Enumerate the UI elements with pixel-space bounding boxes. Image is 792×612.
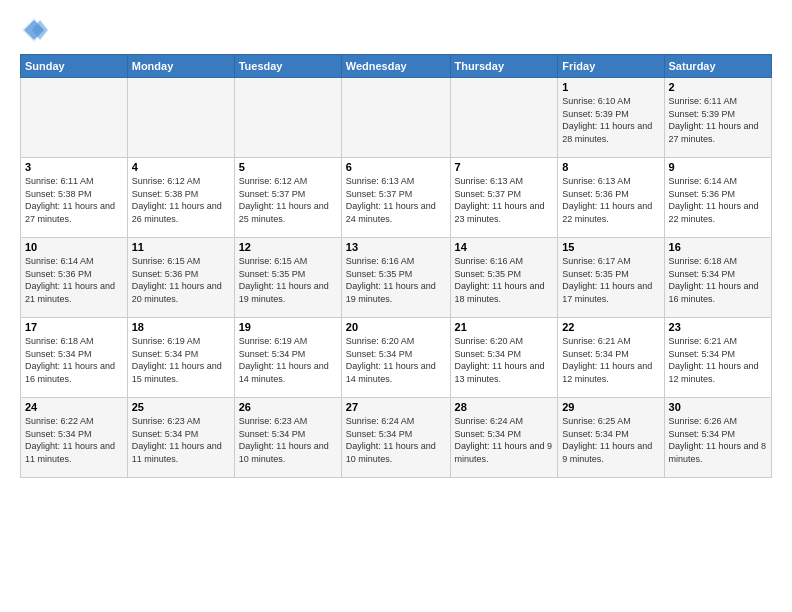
day-number: 4 — [132, 161, 230, 173]
day-number: 13 — [346, 241, 446, 253]
day-cell-19: 19Sunrise: 6:19 AM Sunset: 5:34 PM Dayli… — [234, 318, 341, 398]
day-number: 2 — [669, 81, 767, 93]
day-number: 10 — [25, 241, 123, 253]
weekday-header-sunday: Sunday — [21, 55, 128, 78]
day-cell-1: 1Sunrise: 6:10 AM Sunset: 5:39 PM Daylig… — [558, 78, 664, 158]
day-cell-30: 30Sunrise: 6:26 AM Sunset: 5:34 PM Dayli… — [664, 398, 771, 478]
day-number: 23 — [669, 321, 767, 333]
weekday-header-tuesday: Tuesday — [234, 55, 341, 78]
day-info: Sunrise: 6:14 AM Sunset: 5:36 PM Dayligh… — [669, 175, 767, 225]
empty-cell — [234, 78, 341, 158]
weekday-header-monday: Monday — [127, 55, 234, 78]
day-info: Sunrise: 6:18 AM Sunset: 5:34 PM Dayligh… — [25, 335, 123, 385]
day-number: 16 — [669, 241, 767, 253]
header — [20, 16, 772, 44]
day-info: Sunrise: 6:11 AM Sunset: 5:39 PM Dayligh… — [669, 95, 767, 145]
day-cell-27: 27Sunrise: 6:24 AM Sunset: 5:34 PM Dayli… — [341, 398, 450, 478]
day-number: 27 — [346, 401, 446, 413]
day-number: 30 — [669, 401, 767, 413]
day-number: 11 — [132, 241, 230, 253]
day-number: 19 — [239, 321, 337, 333]
day-info: Sunrise: 6:23 AM Sunset: 5:34 PM Dayligh… — [132, 415, 230, 465]
day-cell-28: 28Sunrise: 6:24 AM Sunset: 5:34 PM Dayli… — [450, 398, 558, 478]
day-number: 21 — [455, 321, 554, 333]
day-number: 17 — [25, 321, 123, 333]
day-info: Sunrise: 6:10 AM Sunset: 5:39 PM Dayligh… — [562, 95, 659, 145]
day-cell-17: 17Sunrise: 6:18 AM Sunset: 5:34 PM Dayli… — [21, 318, 128, 398]
day-cell-4: 4Sunrise: 6:12 AM Sunset: 5:38 PM Daylig… — [127, 158, 234, 238]
day-info: Sunrise: 6:13 AM Sunset: 5:37 PM Dayligh… — [346, 175, 446, 225]
day-cell-26: 26Sunrise: 6:23 AM Sunset: 5:34 PM Dayli… — [234, 398, 341, 478]
day-info: Sunrise: 6:23 AM Sunset: 5:34 PM Dayligh… — [239, 415, 337, 465]
day-cell-22: 22Sunrise: 6:21 AM Sunset: 5:34 PM Dayli… — [558, 318, 664, 398]
day-info: Sunrise: 6:11 AM Sunset: 5:38 PM Dayligh… — [25, 175, 123, 225]
day-cell-21: 21Sunrise: 6:20 AM Sunset: 5:34 PM Dayli… — [450, 318, 558, 398]
day-number: 28 — [455, 401, 554, 413]
day-number: 7 — [455, 161, 554, 173]
week-row-2: 3Sunrise: 6:11 AM Sunset: 5:38 PM Daylig… — [21, 158, 772, 238]
empty-cell — [127, 78, 234, 158]
day-cell-29: 29Sunrise: 6:25 AM Sunset: 5:34 PM Dayli… — [558, 398, 664, 478]
day-info: Sunrise: 6:16 AM Sunset: 5:35 PM Dayligh… — [455, 255, 554, 305]
day-info: Sunrise: 6:15 AM Sunset: 5:35 PM Dayligh… — [239, 255, 337, 305]
day-number: 29 — [562, 401, 659, 413]
day-info: Sunrise: 6:21 AM Sunset: 5:34 PM Dayligh… — [669, 335, 767, 385]
day-info: Sunrise: 6:24 AM Sunset: 5:34 PM Dayligh… — [455, 415, 554, 465]
logo — [20, 16, 52, 44]
day-cell-11: 11Sunrise: 6:15 AM Sunset: 5:36 PM Dayli… — [127, 238, 234, 318]
day-number: 8 — [562, 161, 659, 173]
day-cell-6: 6Sunrise: 6:13 AM Sunset: 5:37 PM Daylig… — [341, 158, 450, 238]
day-info: Sunrise: 6:14 AM Sunset: 5:36 PM Dayligh… — [25, 255, 123, 305]
day-number: 12 — [239, 241, 337, 253]
day-cell-2: 2Sunrise: 6:11 AM Sunset: 5:39 PM Daylig… — [664, 78, 771, 158]
day-number: 25 — [132, 401, 230, 413]
day-cell-25: 25Sunrise: 6:23 AM Sunset: 5:34 PM Dayli… — [127, 398, 234, 478]
day-number: 6 — [346, 161, 446, 173]
day-cell-20: 20Sunrise: 6:20 AM Sunset: 5:34 PM Dayli… — [341, 318, 450, 398]
day-cell-13: 13Sunrise: 6:16 AM Sunset: 5:35 PM Dayli… — [341, 238, 450, 318]
weekday-header-thursday: Thursday — [450, 55, 558, 78]
day-number: 24 — [25, 401, 123, 413]
day-info: Sunrise: 6:12 AM Sunset: 5:38 PM Dayligh… — [132, 175, 230, 225]
day-cell-3: 3Sunrise: 6:11 AM Sunset: 5:38 PM Daylig… — [21, 158, 128, 238]
day-number: 26 — [239, 401, 337, 413]
day-number: 15 — [562, 241, 659, 253]
day-info: Sunrise: 6:26 AM Sunset: 5:34 PM Dayligh… — [669, 415, 767, 465]
day-cell-7: 7Sunrise: 6:13 AM Sunset: 5:37 PM Daylig… — [450, 158, 558, 238]
weekday-header-saturday: Saturday — [664, 55, 771, 78]
day-info: Sunrise: 6:19 AM Sunset: 5:34 PM Dayligh… — [239, 335, 337, 385]
empty-cell — [21, 78, 128, 158]
week-row-1: 1Sunrise: 6:10 AM Sunset: 5:39 PM Daylig… — [21, 78, 772, 158]
empty-cell — [450, 78, 558, 158]
day-info: Sunrise: 6:19 AM Sunset: 5:34 PM Dayligh… — [132, 335, 230, 385]
day-cell-8: 8Sunrise: 6:13 AM Sunset: 5:36 PM Daylig… — [558, 158, 664, 238]
day-cell-18: 18Sunrise: 6:19 AM Sunset: 5:34 PM Dayli… — [127, 318, 234, 398]
day-number: 18 — [132, 321, 230, 333]
empty-cell — [341, 78, 450, 158]
day-cell-12: 12Sunrise: 6:15 AM Sunset: 5:35 PM Dayli… — [234, 238, 341, 318]
day-info: Sunrise: 6:18 AM Sunset: 5:34 PM Dayligh… — [669, 255, 767, 305]
day-number: 9 — [669, 161, 767, 173]
week-row-5: 24Sunrise: 6:22 AM Sunset: 5:34 PM Dayli… — [21, 398, 772, 478]
day-number: 5 — [239, 161, 337, 173]
week-row-3: 10Sunrise: 6:14 AM Sunset: 5:36 PM Dayli… — [21, 238, 772, 318]
day-info: Sunrise: 6:16 AM Sunset: 5:35 PM Dayligh… — [346, 255, 446, 305]
day-info: Sunrise: 6:12 AM Sunset: 5:37 PM Dayligh… — [239, 175, 337, 225]
day-info: Sunrise: 6:20 AM Sunset: 5:34 PM Dayligh… — [346, 335, 446, 385]
day-info: Sunrise: 6:21 AM Sunset: 5:34 PM Dayligh… — [562, 335, 659, 385]
day-info: Sunrise: 6:17 AM Sunset: 5:35 PM Dayligh… — [562, 255, 659, 305]
day-info: Sunrise: 6:20 AM Sunset: 5:34 PM Dayligh… — [455, 335, 554, 385]
day-cell-24: 24Sunrise: 6:22 AM Sunset: 5:34 PM Dayli… — [21, 398, 128, 478]
calendar: SundayMondayTuesdayWednesdayThursdayFrid… — [20, 54, 772, 478]
day-info: Sunrise: 6:13 AM Sunset: 5:36 PM Dayligh… — [562, 175, 659, 225]
logo-icon — [20, 16, 48, 44]
day-cell-23: 23Sunrise: 6:21 AM Sunset: 5:34 PM Dayli… — [664, 318, 771, 398]
day-cell-16: 16Sunrise: 6:18 AM Sunset: 5:34 PM Dayli… — [664, 238, 771, 318]
day-cell-9: 9Sunrise: 6:14 AM Sunset: 5:36 PM Daylig… — [664, 158, 771, 238]
weekday-header-friday: Friday — [558, 55, 664, 78]
day-number: 20 — [346, 321, 446, 333]
day-info: Sunrise: 6:24 AM Sunset: 5:34 PM Dayligh… — [346, 415, 446, 465]
weekday-header-wednesday: Wednesday — [341, 55, 450, 78]
day-cell-14: 14Sunrise: 6:16 AM Sunset: 5:35 PM Dayli… — [450, 238, 558, 318]
day-cell-5: 5Sunrise: 6:12 AM Sunset: 5:37 PM Daylig… — [234, 158, 341, 238]
